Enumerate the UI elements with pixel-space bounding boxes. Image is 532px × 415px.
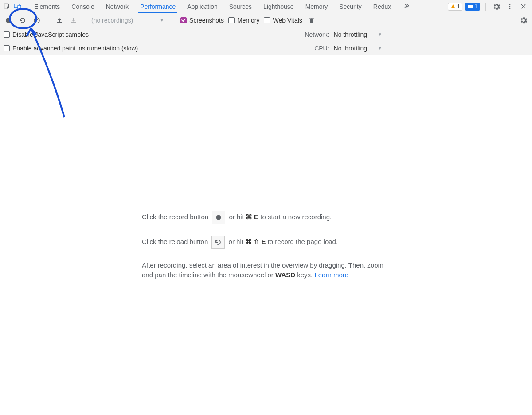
empty-state: Click the record button or hit ⌘ E to st… bbox=[0, 56, 532, 415]
tabstrip-right: 1 1 bbox=[448, 1, 528, 12]
screenshots-label: Screenshots bbox=[189, 17, 224, 24]
empty-state-text: Click the record button or hit ⌘ E to st… bbox=[142, 211, 390, 280]
tab-network[interactable]: Network bbox=[104, 0, 130, 13]
svg-rect-11 bbox=[309, 18, 314, 19]
tab-sources[interactable]: Sources bbox=[227, 0, 254, 13]
cpu-label: CPU: bbox=[314, 45, 329, 52]
enable-paint-checkbox[interactable]: Enable advanced paint instrumentation (s… bbox=[4, 45, 138, 52]
warnings-count: 1 bbox=[457, 4, 460, 10]
network-throttling-select[interactable]: No throttling bbox=[334, 31, 367, 38]
reload-record-button[interactable] bbox=[18, 16, 27, 25]
panel-tabs: Elements Console Network Performance App… bbox=[32, 0, 448, 13]
divider bbox=[174, 16, 174, 24]
tab-performance[interactable]: Performance bbox=[138, 0, 177, 13]
svg-rect-12 bbox=[311, 18, 312, 19]
hint-reload: Click the reload button or hit ⌘ ⇧ E to … bbox=[142, 236, 390, 249]
reload-icon bbox=[211, 236, 225, 249]
shortcut-keys: ⌘ E bbox=[246, 213, 258, 221]
checkbox-icon bbox=[228, 17, 235, 23]
tab-application[interactable]: Application bbox=[185, 0, 219, 13]
tab-redux[interactable]: Redux bbox=[372, 0, 393, 13]
svg-rect-3 bbox=[468, 5, 473, 8]
disable-js-label: Disable JavaScript samples bbox=[12, 31, 89, 38]
svg-point-13 bbox=[216, 215, 221, 220]
checkbox-icon bbox=[264, 17, 270, 23]
tab-memory[interactable]: Memory bbox=[304, 0, 330, 13]
devtools-tabstrip: Elements Console Network Performance App… bbox=[0, 0, 532, 13]
kebab-menu-icon[interactable] bbox=[505, 1, 515, 12]
capture-settings-gear-icon[interactable] bbox=[519, 16, 528, 25]
learn-more-link[interactable]: Learn more bbox=[314, 271, 348, 279]
messages-badge[interactable]: 1 bbox=[465, 3, 480, 11]
upload-icon[interactable] bbox=[55, 16, 64, 25]
device-toggle-icon[interactable] bbox=[12, 1, 23, 12]
settings-gear-icon[interactable] bbox=[491, 1, 502, 12]
memory-checkbox[interactable]: Memory bbox=[228, 17, 260, 24]
hint-record: Click the record button or hit ⌘ E to st… bbox=[142, 211, 390, 224]
options-row-2: Enable advanced paint instrumentation (s… bbox=[0, 41, 532, 55]
warnings-badge[interactable]: 1 bbox=[448, 3, 463, 11]
svg-rect-9 bbox=[57, 22, 62, 23]
disable-js-checkbox[interactable]: Disable JavaScript samples bbox=[4, 31, 89, 38]
inspect-icon[interactable] bbox=[2, 1, 12, 12]
hint-after: After recording, select an area of inter… bbox=[142, 260, 390, 280]
svg-point-4 bbox=[509, 4, 511, 5]
recordings-dropdown[interactable]: (no recordings) bbox=[91, 17, 133, 24]
svg-rect-10 bbox=[71, 22, 76, 23]
options-row-1: Disable JavaScript samples Network: No t… bbox=[0, 27, 532, 41]
more-tabs-icon[interactable] bbox=[401, 0, 411, 11]
memory-label: Memory bbox=[237, 17, 260, 24]
tab-lighthouse[interactable]: Lighthouse bbox=[262, 0, 296, 13]
trash-icon[interactable] bbox=[307, 16, 317, 25]
cpu-throttling-select[interactable]: No throttling bbox=[334, 45, 367, 52]
web-vitals-checkbox[interactable]: Web Vitals bbox=[264, 17, 302, 24]
web-vitals-label: Web Vitals bbox=[273, 17, 302, 24]
checkbox-icon bbox=[4, 31, 10, 38]
svg-rect-2 bbox=[18, 5, 21, 10]
svg-point-5 bbox=[509, 6, 511, 7]
tab-console[interactable]: Console bbox=[70, 0, 96, 13]
chevron-down-icon[interactable]: ▼ bbox=[378, 46, 382, 50]
network-label: Network: bbox=[305, 31, 329, 38]
record-button[interactable] bbox=[4, 16, 13, 25]
record-icon bbox=[212, 211, 225, 224]
messages-count: 1 bbox=[474, 4, 477, 10]
capture-options: Disable JavaScript samples Network: No t… bbox=[0, 27, 532, 55]
divider bbox=[85, 16, 85, 24]
tab-security[interactable]: Security bbox=[337, 0, 364, 13]
download-icon[interactable] bbox=[69, 16, 78, 25]
chevron-down-icon[interactable]: ▼ bbox=[378, 32, 382, 37]
svg-point-7 bbox=[6, 18, 11, 23]
tab-elements[interactable]: Elements bbox=[32, 0, 62, 13]
checkbox-icon bbox=[180, 17, 187, 23]
checkbox-icon bbox=[4, 45, 10, 51]
enable-paint-label: Enable advanced paint instrumentation (s… bbox=[12, 45, 138, 52]
divider bbox=[485, 3, 486, 11]
performance-toolbar: (no recordings) ▼ Screenshots Memory Web… bbox=[0, 13, 532, 27]
svg-point-6 bbox=[509, 8, 511, 9]
divider bbox=[26, 3, 26, 11]
shortcut-keys: ⌘ ⇧ E bbox=[245, 238, 266, 245]
screenshots-checkbox[interactable]: Screenshots bbox=[180, 17, 224, 24]
chevron-down-icon[interactable]: ▼ bbox=[160, 18, 164, 23]
close-devtools-icon[interactable] bbox=[518, 1, 528, 12]
clear-button[interactable] bbox=[32, 16, 42, 25]
divider bbox=[48, 16, 48, 24]
